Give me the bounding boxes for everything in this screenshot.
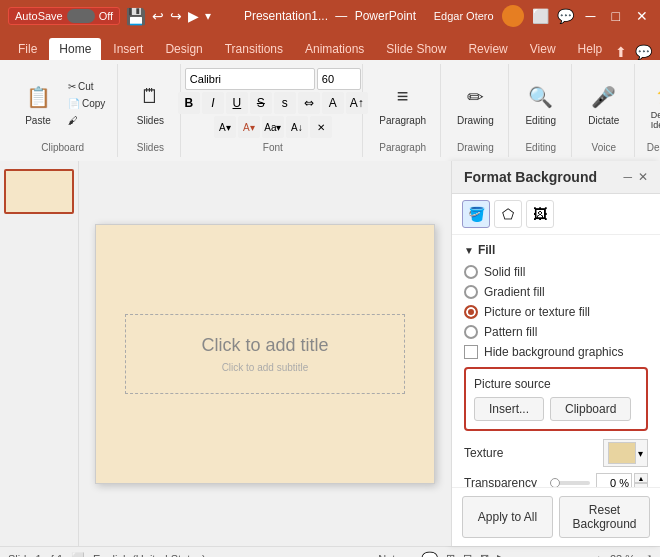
tab-insert[interactable]: Insert — [103, 38, 153, 60]
designer-group-content: ⚡ Design Ideas — [645, 68, 660, 138]
zoom-out-icon[interactable]: − — [513, 553, 519, 558]
zoom-level[interactable]: 23 % — [610, 553, 635, 558]
accessibility-icon[interactable]: ⬜ — [71, 552, 85, 557]
transparency-up-button[interactable]: ▲ — [634, 473, 648, 483]
apply-all-button[interactable]: Apply to All — [462, 496, 553, 538]
font-size-input[interactable] — [317, 68, 361, 90]
tab-help[interactable]: Help — [568, 38, 613, 60]
paste-button[interactable]: 📋 Paste — [16, 77, 60, 130]
save-icon[interactable]: 💾 — [126, 7, 146, 26]
minimize-button[interactable]: ─ — [582, 8, 600, 24]
bold-button[interactable]: B — [178, 92, 200, 114]
notes-button[interactable]: Notes — [372, 552, 413, 558]
transparency-input[interactable] — [596, 473, 632, 487]
char-spacing-button[interactable]: ⇔ — [298, 92, 320, 114]
tab-design[interactable]: Design — [155, 38, 212, 60]
design-ideas-button[interactable]: ⚡ Design Ideas — [645, 72, 660, 134]
autosave-badge[interactable]: AutoSave Off — [8, 7, 120, 25]
transparency-spinners: ▲ ▼ — [634, 473, 648, 487]
picture-fill-radio[interactable] — [464, 305, 478, 319]
clipboard-group-content: 📋 Paste ✂ Cut 📄 Copy 🖌 — [16, 68, 109, 138]
font-color2-button[interactable]: A▾ — [238, 116, 260, 138]
ribbon-expand-icon[interactable]: 💬 — [635, 44, 652, 60]
clear-format-button[interactable]: ✕ — [310, 116, 332, 138]
paragraph-button[interactable]: ≡ Paragraph — [373, 77, 432, 130]
solid-fill-radio[interactable] — [464, 265, 478, 279]
copy-button[interactable]: 📄 Copy — [64, 96, 109, 111]
panel-close-icon[interactable]: ✕ — [638, 170, 648, 184]
tab-file[interactable]: File — [8, 38, 47, 60]
present-icon[interactable]: ▶ — [188, 8, 199, 24]
slide-canvas[interactable]: Click to add title Click to add subtitle — [95, 224, 435, 484]
slide-subtitle-placeholder[interactable]: Click to add subtitle — [222, 362, 309, 373]
hide-bg-option[interactable]: Hide background graphics — [464, 345, 648, 359]
redo-icon[interactable]: ↪ — [170, 8, 182, 24]
panel-minimize-icon[interactable]: ─ — [623, 170, 632, 184]
dictate-button[interactable]: 🎤 Dictate — [582, 77, 626, 130]
solid-fill-option[interactable]: Solid fill — [464, 265, 648, 279]
slide-sorter-icon[interactable]: ⊟ — [463, 552, 472, 557]
underline-button[interactable]: U — [226, 92, 248, 114]
font-case-button[interactable]: Aa▾ — [262, 116, 284, 138]
tab-home[interactable]: Home — [49, 38, 101, 60]
shadow-button[interactable]: s — [274, 92, 296, 114]
slide-title-area[interactable]: Click to add title Click to add subtitle — [125, 314, 405, 394]
pattern-fill-label: Pattern fill — [484, 325, 537, 339]
ribbon-collapse-icon[interactable]: ⬆ — [615, 44, 627, 60]
clipboard-button[interactable]: Clipboard — [550, 397, 631, 421]
transparency-thumb[interactable] — [550, 478, 560, 487]
undo-icon[interactable]: ↩ — [152, 8, 164, 24]
font-size-decrease-button[interactable]: A↓ — [286, 116, 308, 138]
zoom-in-icon[interactable]: + — [595, 553, 601, 558]
font-family-input[interactable] — [185, 68, 315, 90]
status-right: Notes 💬 ⊞ ⊟ ⊠ ▶ − + 23 % ⤢ — [372, 551, 652, 558]
pattern-fill-radio[interactable] — [464, 325, 478, 339]
comments-status-icon[interactable]: 💬 — [421, 551, 438, 558]
slide-title-placeholder[interactable]: Click to add title — [201, 335, 328, 356]
title-bar: AutoSave Off 💾 ↩ ↪ ▶ ▾ Presentation1... … — [0, 0, 660, 32]
maximize-button[interactable]: □ — [608, 8, 624, 24]
normal-view-icon[interactable]: ⊞ — [446, 552, 455, 557]
highlight-button[interactable]: A▾ — [214, 116, 236, 138]
font-color-button[interactable]: A — [322, 92, 344, 114]
reset-background-button[interactable]: Reset Background — [559, 496, 650, 538]
reading-view-icon[interactable]: ⊠ — [480, 552, 489, 557]
drawing-button[interactable]: ✏ Drawing — [451, 77, 500, 130]
editing-button[interactable]: 🔍 Editing — [519, 77, 563, 130]
tab-review[interactable]: Review — [458, 38, 517, 60]
gradient-fill-option[interactable]: Gradient fill — [464, 285, 648, 299]
picture-source-box: Picture source Insert... Clipboard — [464, 367, 648, 431]
gradient-fill-radio[interactable] — [464, 285, 478, 299]
slides-button[interactable]: 🗒 Slides — [128, 77, 172, 130]
tab-animations[interactable]: Animations — [295, 38, 374, 60]
tab-slideshow[interactable]: Slide Show — [376, 38, 456, 60]
picture-fill-option[interactable]: Picture or texture fill — [464, 305, 648, 319]
shape-tool-button[interactable]: ⬠ — [494, 200, 522, 228]
pattern-fill-option[interactable]: Pattern fill — [464, 325, 648, 339]
paragraph-group-content: ≡ Paragraph — [373, 68, 432, 138]
fill-tool-button[interactable]: 🪣 — [462, 200, 490, 228]
texture-picker-button[interactable]: ▾ — [603, 439, 648, 467]
voice-group-content: 🎤 Dictate — [582, 68, 626, 138]
image-tool-button[interactable]: 🖼 — [526, 200, 554, 228]
tab-view[interactable]: View — [520, 38, 566, 60]
comments-icon[interactable]: 💬 — [557, 8, 574, 24]
paste-icon: 📋 — [22, 81, 54, 113]
panel-toolbar: 🪣 ⬠ 🖼 — [452, 194, 660, 235]
fit-icon[interactable]: ⤢ — [643, 552, 652, 557]
language[interactable]: English (United States) — [93, 553, 206, 558]
strikethrough-button[interactable]: S — [250, 92, 272, 114]
format-painter-button[interactable]: 🖌 — [64, 113, 109, 128]
customize-icon[interactable]: ▾ — [205, 9, 211, 23]
slideshow-view-icon[interactable]: ▶ — [497, 552, 505, 557]
close-button[interactable]: ✕ — [632, 8, 652, 24]
slide-thumbnail[interactable] — [4, 169, 74, 214]
italic-button[interactable]: I — [202, 92, 224, 114]
transparency-slider[interactable] — [550, 481, 590, 485]
autosave-toggle[interactable] — [67, 9, 95, 23]
cut-button[interactable]: ✂ Cut — [64, 79, 109, 94]
tab-transitions[interactable]: Transitions — [215, 38, 293, 60]
share-icon[interactable]: ⬜ — [532, 8, 549, 24]
insert-button[interactable]: Insert... — [474, 397, 544, 421]
hide-bg-checkbox[interactable] — [464, 345, 478, 359]
